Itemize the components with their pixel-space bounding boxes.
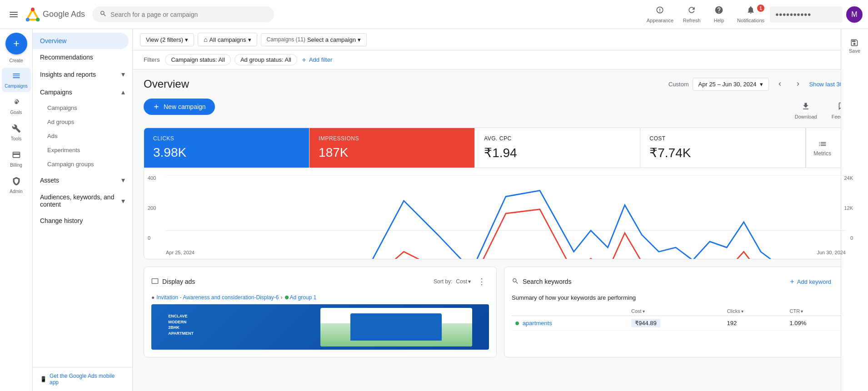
- download-label: Download: [795, 114, 817, 119]
- display-ads-card-header: Display ads Sort by: Cost ▾ ⋮: [151, 274, 489, 289]
- nav-sub-campaign-groups[interactable]: Campaign groups: [33, 157, 132, 171]
- sidebar-item-billing[interactable]: Billing: [2, 147, 31, 171]
- ctr-col-header[interactable]: CTR ▾: [786, 307, 850, 316]
- campaign-bar: View (2 filters) ▾ ⌂ All campaigns ▾ Cam…: [133, 29, 868, 50]
- sidebar-item-goals[interactable]: Goals: [2, 94, 31, 119]
- sidebar-item-tools[interactable]: Tools: [2, 120, 31, 145]
- chart-y-left-axis: 400 200 0: [148, 175, 156, 241]
- left-navigation: Overview Recommendations Insights and re…: [33, 29, 133, 391]
- sidebar-item-campaigns[interactable]: Campaigns: [2, 68, 31, 92]
- add-keyword-button[interactable]: Add keyword: [789, 278, 831, 285]
- help-label: Help: [714, 18, 724, 23]
- help-button[interactable]: Help: [706, 4, 732, 25]
- clicks-col-header[interactable]: Clicks ▾: [723, 307, 786, 316]
- date-controls: Custom Apr 25 – Jun 30, 2024 ▾ Show last…: [668, 77, 857, 91]
- campaign-dropdown-icon: ▾: [358, 36, 361, 43]
- audiences-chevron-icon: ▾: [121, 197, 125, 205]
- admin-icon: [12, 177, 21, 188]
- view-filters-button[interactable]: View (2 filters) ▾: [140, 33, 194, 46]
- search-keywords-icon: [512, 277, 519, 286]
- nav-sub-ad-groups[interactable]: Ad groups: [33, 115, 132, 129]
- refresh-icon: [687, 5, 696, 17]
- keyword-ctr: 1.09%: [786, 316, 850, 331]
- keyword-table: Cost ▾ Clicks ▾: [512, 307, 849, 331]
- nav-assets-group[interactable]: Assets ▾: [33, 171, 132, 189]
- nav-sub-experiments[interactable]: Experiments: [33, 143, 132, 157]
- clicks-value: 3.98K: [153, 145, 300, 160]
- breadcrumb-campaign-link[interactable]: Invitation - Awareness and consideration…: [156, 294, 279, 301]
- keyword-name[interactable]: apartments: [523, 320, 552, 327]
- appearance-button[interactable]: Appearance: [643, 4, 677, 25]
- top-navigation: Google Ads Appearance Refresh Help: [0, 0, 868, 29]
- nav-item-overview[interactable]: Overview: [33, 33, 129, 49]
- nav-item-change-history[interactable]: Change history: [33, 213, 132, 229]
- new-campaign-button[interactable]: New campaign: [144, 99, 215, 115]
- nav-item-recommendations[interactable]: Recommendations: [33, 49, 132, 65]
- overview-area: Overview Custom Apr 25 – Jun 30, 2024 ▾ …: [133, 69, 868, 365]
- add-filter-button[interactable]: Add filter: [301, 56, 332, 63]
- campaigns-group-label: Campaigns: [40, 89, 72, 96]
- nav-sub-campaigns[interactable]: Campaigns: [33, 101, 132, 115]
- mobile-app-link[interactable]: 📱 Get the Google Ads mobile app: [33, 367, 132, 391]
- search-input[interactable]: [110, 11, 267, 18]
- sort-dropdown-icon: ▾: [468, 278, 471, 285]
- refresh-button[interactable]: Refresh: [679, 4, 704, 25]
- view-label: View (2 filters): [146, 36, 183, 43]
- date-next-button[interactable]: [791, 77, 805, 91]
- y-left-400: 400: [148, 175, 156, 181]
- all-campaigns-dropdown-icon: ▾: [248, 36, 251, 43]
- add-filter-label: Add filter: [309, 56, 332, 63]
- add-metrics-button[interactable]: Metrics: [813, 139, 831, 157]
- nav-actions: Appearance Refresh Help 1 Notifications …: [643, 4, 863, 25]
- metric-impressions[interactable]: Impressions 187K: [309, 128, 475, 168]
- search-keywords-title: Search keywords: [512, 277, 571, 286]
- date-range-value: Apr 25 – Jun 30, 2024: [698, 81, 757, 88]
- sort-cost-button[interactable]: Cost ▾: [456, 278, 471, 285]
- cost-col-header[interactable]: Cost ▾: [628, 307, 723, 316]
- sidebar-item-admin[interactable]: Admin: [2, 173, 31, 198]
- ad-group-link[interactable]: Ad group 1: [290, 294, 317, 301]
- campaigns-sub-label: Campaigns: [47, 104, 77, 111]
- metric-cost[interactable]: Cost ₹7.74K: [640, 128, 806, 168]
- nav-audiences-group[interactable]: Audiences, keywords, and content ▾: [33, 189, 132, 213]
- sidebar-icons: Create Campaigns Goals Tools Billing Adm…: [0, 29, 33, 391]
- filters-label: Filters: [144, 56, 160, 63]
- search-keywords-header: Search keywords Add keyword ⋮: [512, 274, 849, 289]
- create-button[interactable]: [5, 33, 27, 54]
- ad-image: ENCLAVE MODERN 2BHK APARTMENT: [151, 304, 489, 350]
- view-dropdown-icon: ▾: [185, 36, 188, 43]
- notifications-button[interactable]: 1 Notifications: [733, 4, 768, 25]
- campaigns-icon: [12, 71, 21, 83]
- audiences-label: Audiences, keywords, and content: [40, 193, 121, 208]
- nav-campaigns-group[interactable]: Campaigns ▴: [33, 83, 132, 101]
- user-avatar[interactable]: M: [846, 6, 863, 23]
- campaign-status-filter[interactable]: Campaign status: All: [165, 54, 231, 65]
- create-label: Create: [9, 58, 23, 63]
- campaign-selector[interactable]: Campaigns (11) Select a campaign ▾: [261, 33, 367, 46]
- download-button[interactable]: Download: [791, 100, 821, 121]
- cost-sort-icon: ▾: [643, 309, 645, 314]
- nav-sub-ads[interactable]: Ads: [33, 129, 132, 143]
- svg-point-5: [36, 18, 40, 21]
- keyword-clicks: 192: [723, 316, 786, 331]
- search-bar[interactable]: [92, 6, 274, 22]
- metric-avg-cpc[interactable]: Avg. CPC ₹1.94: [475, 128, 640, 168]
- nav-insights-group[interactable]: Insights and reports ▾: [33, 65, 132, 83]
- search-keywords-card: Search keywords Add keyword ⋮ Summary of…: [504, 267, 857, 357]
- metric-clicks[interactable]: Clicks 3.98K: [144, 128, 309, 168]
- account-selector[interactable]: ●●●●●●●●●●: [770, 6, 843, 23]
- date-range-button[interactable]: Apr 25 – Jun 30, 2024 ▾: [693, 78, 769, 91]
- campaigns-chevron-icon: ▴: [121, 88, 125, 96]
- all-campaigns-selector[interactable]: ⌂ All campaigns ▾: [198, 33, 257, 46]
- x-end-label: Jun 30, 2024: [817, 250, 846, 255]
- display-ads-more-button[interactable]: ⋮: [474, 274, 489, 289]
- recommendations-label: Recommendations: [40, 54, 93, 61]
- notification-badge: 1: [757, 5, 764, 12]
- save-button[interactable]: Save: [845, 35, 864, 57]
- billing-icon: [12, 150, 21, 162]
- search-icon: [100, 10, 107, 19]
- hamburger-menu[interactable]: [5, 6, 22, 23]
- metrics-cards: Clicks 3.98K Impressions 187K Avg. CPC ₹…: [144, 128, 857, 168]
- date-prev-button[interactable]: [773, 77, 787, 91]
- ad-group-status-filter[interactable]: Ad group status: All: [234, 54, 297, 65]
